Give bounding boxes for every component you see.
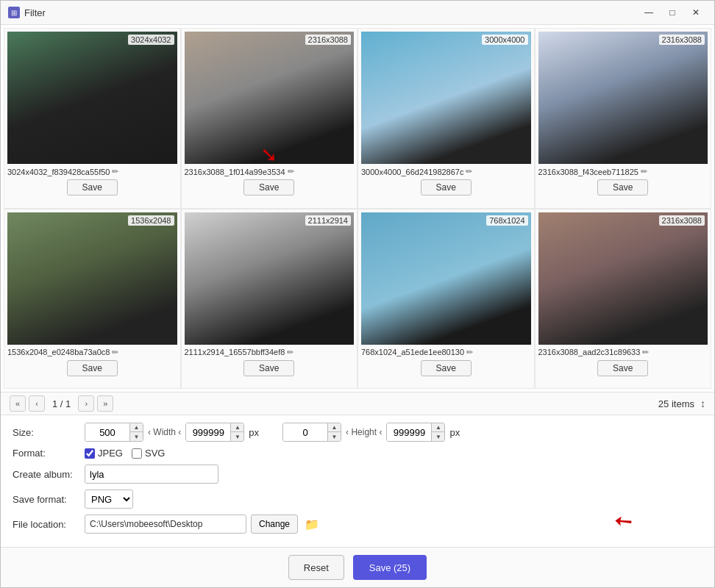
- width-max-down[interactable]: ▼: [230, 432, 243, 441]
- photo-dimensions: 3000x4000: [482, 35, 527, 45]
- photo-save-button[interactable]: Save: [243, 179, 294, 196]
- title-bar-controls: — □ ✕: [638, 5, 707, 20]
- edit-icon[interactable]: ✏: [112, 348, 118, 357]
- photo-cell: 2316x3088 2316x3088_f43ceeb711825 ✏ Save: [535, 28, 712, 209]
- minimize-button[interactable]: —: [638, 5, 660, 20]
- title-bar: ⊞ Filter — □ ✕: [1, 1, 714, 25]
- height-max-down[interactable]: ▼: [431, 432, 444, 441]
- photo-label: 2316x3088_aad2c31c89633 ✏: [538, 348, 708, 357]
- height-down[interactable]: ▼: [327, 432, 341, 441]
- photo-label: 2111x2914_16557bbff34ef8 ✏: [185, 348, 355, 357]
- photo-cell: 3024x4032 3024x4032_f839428ca55f50 ✏ Sav…: [4, 28, 181, 209]
- svg-label: SVG: [145, 448, 165, 459]
- options-area: Size: ▲ ▼ ‹ Width ‹ ▲ ▼ px: [1, 415, 714, 547]
- save-format-label: Save format:: [13, 494, 79, 505]
- edit-icon[interactable]: ✏: [112, 167, 118, 176]
- photo-filename: 768x1024_a51ede1ee80130: [361, 348, 464, 356]
- edit-icon[interactable]: ✏: [287, 348, 294, 357]
- album-input[interactable]: [85, 465, 218, 484]
- svg-checkbox[interactable]: [132, 448, 142, 459]
- height-max-input[interactable]: [387, 423, 431, 441]
- next-page-button[interactable]: ›: [78, 395, 94, 412]
- app-icon: ⊞: [8, 7, 20, 18]
- width-input[interactable]: [85, 423, 129, 441]
- photo-save-button[interactable]: Save: [597, 179, 648, 196]
- reset-button[interactable]: Reset: [288, 555, 344, 580]
- photo-save-button[interactable]: Save: [243, 360, 294, 376]
- width-px: px: [249, 427, 259, 438]
- file-location-label: File location:: [13, 519, 79, 530]
- jpeg-check-item[interactable]: JPEG: [85, 448, 123, 459]
- height-spinner[interactable]: ▲ ▼: [282, 423, 341, 442]
- photo-dimensions: 2316x3088: [305, 35, 351, 45]
- photo-dimensions: 2316x3088: [659, 35, 705, 45]
- width-down[interactable]: ▼: [129, 432, 143, 441]
- photo-save-button[interactable]: Save: [597, 360, 648, 376]
- title-bar-left: ⊞ Filter: [8, 7, 46, 18]
- height-input[interactable]: [283, 423, 327, 441]
- photo-dimensions: 2316x3088: [659, 215, 705, 226]
- photo-thumbnail: 3000x4000: [361, 32, 531, 164]
- format-row: Format: JPEG SVG: [13, 448, 702, 459]
- photo-save-button[interactable]: Save: [421, 179, 472, 196]
- bottom-actions: ➘ Reset Save (25): [1, 547, 714, 587]
- pagination-controls: « ‹ 1 / 1 › »: [10, 395, 113, 412]
- last-page-button[interactable]: »: [97, 395, 113, 412]
- page-info: 1 / 1: [48, 398, 75, 409]
- jpeg-checkbox[interactable]: [85, 448, 95, 459]
- pagination-bar: « ‹ 1 / 1 › » 25 items ↕: [1, 392, 714, 415]
- prev-page-button[interactable]: ‹: [29, 395, 45, 412]
- photo-label: 2316x3088_1f014a99e3534 ✏: [185, 167, 355, 176]
- photo-save-button[interactable]: Save: [67, 179, 118, 196]
- photo-label: 3000x4000_66d241982867c ✏: [361, 167, 531, 176]
- change-button[interactable]: Change: [251, 514, 298, 534]
- photo-label: 1536x2048_e0248ba73a0c8 ✏: [7, 348, 177, 357]
- file-location-group: Change 📁: [85, 514, 321, 534]
- size-inputs: ▲ ▼ ‹ Width ‹ ▲ ▼ px ▲: [85, 423, 460, 442]
- folder-icon-button[interactable]: 📁: [302, 514, 321, 534]
- close-button[interactable]: ✕: [685, 5, 707, 20]
- first-page-button[interactable]: «: [10, 395, 26, 412]
- album-row: Create album:: [13, 465, 702, 484]
- photo-cell: 3000x4000 3000x4000_66d241982867c ✏ Save: [358, 28, 535, 209]
- width-max-input[interactable]: [186, 423, 230, 441]
- photo-save-button[interactable]: Save: [67, 360, 118, 376]
- sort-icon[interactable]: ↕: [700, 398, 705, 409]
- items-count-label: 25 items: [658, 398, 694, 409]
- photo-thumbnail: 3024x4032: [7, 32, 177, 164]
- size-row: Size: ▲ ▼ ‹ Width ‹ ▲ ▼ px: [13, 423, 702, 442]
- edit-icon[interactable]: ✏: [466, 167, 472, 176]
- photo-label: 3024x4032_f839428ca55f50 ✏: [7, 167, 177, 176]
- edit-icon[interactable]: ✏: [466, 348, 473, 357]
- width-max-spinner[interactable]: ▲ ▼: [185, 423, 244, 442]
- edit-icon[interactable]: ✏: [288, 167, 294, 176]
- photo-dimensions: 1536x2048: [128, 215, 174, 226]
- photo-filename: 2111x2914_16557bbff34ef8: [185, 348, 285, 356]
- save-format-select[interactable]: PNG JPEG WebP: [85, 490, 133, 509]
- edit-icon[interactable]: ✏: [642, 348, 649, 357]
- photo-cell: 1536x2048 1536x2048_e0248ba73a0c8 ✏ Save: [4, 209, 181, 390]
- photo-dimensions: 2111x2914: [305, 215, 351, 226]
- photo-thumbnail: 2316x3088: [538, 32, 708, 164]
- file-path-input[interactable]: [85, 514, 246, 534]
- photo-cell: 2111x2914 2111x2914_16557bbff34ef8 ✏ Sav…: [181, 209, 358, 390]
- photo-thumbnail: 768x1024: [361, 212, 531, 345]
- maximize-button[interactable]: □: [661, 5, 683, 20]
- save-main-button[interactable]: Save (25): [353, 555, 427, 580]
- photo-cell: 2316x3088 ➘ 2316x3088_1f014a99e3534 ✏ Sa…: [181, 28, 358, 209]
- height-max-arrows: ▲ ▼: [431, 423, 444, 441]
- photo-filename: 3024x4032_f839428ca55f50: [7, 168, 110, 176]
- photo-save-button[interactable]: Save: [421, 360, 472, 376]
- width-max-up[interactable]: ▲: [230, 423, 243, 432]
- size-label: Size:: [13, 427, 79, 438]
- width-spinner[interactable]: ▲ ▼: [85, 423, 143, 442]
- photo-dimensions: 768x1024: [486, 215, 527, 226]
- width-up[interactable]: ▲: [129, 423, 143, 432]
- svg-check-item[interactable]: SVG: [132, 448, 165, 459]
- height-up[interactable]: ▲: [327, 423, 341, 432]
- photo-thumbnail: 2316x3088: [538, 212, 708, 345]
- edit-icon[interactable]: ✏: [641, 167, 647, 176]
- height-max-up[interactable]: ▲: [431, 423, 444, 432]
- height-arrows: ▲ ▼: [327, 423, 341, 441]
- height-max-spinner[interactable]: ▲ ▼: [386, 423, 445, 442]
